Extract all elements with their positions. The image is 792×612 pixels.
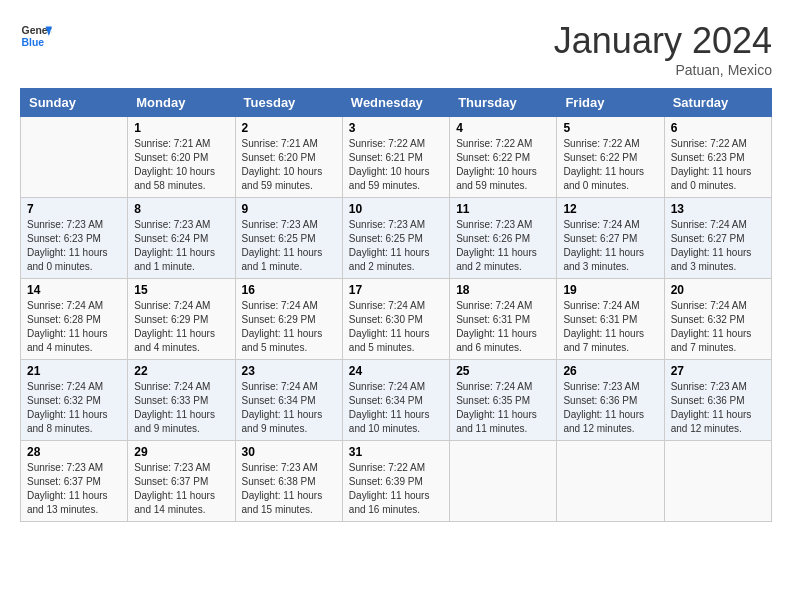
day-info: Sunrise: 7:21 AM Sunset: 6:20 PM Dayligh…	[242, 137, 336, 193]
calendar-cell	[21, 117, 128, 198]
day-number: 7	[27, 202, 121, 216]
day-number: 12	[563, 202, 657, 216]
svg-text:Blue: Blue	[22, 37, 45, 48]
calendar-cell: 28Sunrise: 7:23 AM Sunset: 6:37 PM Dayli…	[21, 441, 128, 522]
logo: General Blue	[20, 20, 52, 52]
calendar-cell	[450, 441, 557, 522]
column-header-saturday: Saturday	[664, 89, 771, 117]
week-row-1: 1Sunrise: 7:21 AM Sunset: 6:20 PM Daylig…	[21, 117, 772, 198]
day-number: 30	[242, 445, 336, 459]
day-number: 1	[134, 121, 228, 135]
day-number: 24	[349, 364, 443, 378]
calendar-cell: 2Sunrise: 7:21 AM Sunset: 6:20 PM Daylig…	[235, 117, 342, 198]
day-info: Sunrise: 7:24 AM Sunset: 6:29 PM Dayligh…	[134, 299, 228, 355]
day-info: Sunrise: 7:24 AM Sunset: 6:30 PM Dayligh…	[349, 299, 443, 355]
day-info: Sunrise: 7:23 AM Sunset: 6:36 PM Dayligh…	[671, 380, 765, 436]
day-info: Sunrise: 7:24 AM Sunset: 6:32 PM Dayligh…	[671, 299, 765, 355]
page-header: General Blue January 2024 Patuan, Mexico	[20, 20, 772, 78]
day-info: Sunrise: 7:21 AM Sunset: 6:20 PM Dayligh…	[134, 137, 228, 193]
day-number: 8	[134, 202, 228, 216]
calendar-cell: 20Sunrise: 7:24 AM Sunset: 6:32 PM Dayli…	[664, 279, 771, 360]
day-number: 3	[349, 121, 443, 135]
day-info: Sunrise: 7:24 AM Sunset: 6:32 PM Dayligh…	[27, 380, 121, 436]
day-number: 6	[671, 121, 765, 135]
day-info: Sunrise: 7:23 AM Sunset: 6:38 PM Dayligh…	[242, 461, 336, 517]
calendar-cell: 30Sunrise: 7:23 AM Sunset: 6:38 PM Dayli…	[235, 441, 342, 522]
day-info: Sunrise: 7:22 AM Sunset: 6:39 PM Dayligh…	[349, 461, 443, 517]
calendar-cell: 23Sunrise: 7:24 AM Sunset: 6:34 PM Dayli…	[235, 360, 342, 441]
calendar-cell	[664, 441, 771, 522]
calendar-cell: 17Sunrise: 7:24 AM Sunset: 6:30 PM Dayli…	[342, 279, 449, 360]
day-number: 26	[563, 364, 657, 378]
day-number: 19	[563, 283, 657, 297]
day-number: 15	[134, 283, 228, 297]
day-number: 23	[242, 364, 336, 378]
day-info: Sunrise: 7:23 AM Sunset: 6:24 PM Dayligh…	[134, 218, 228, 274]
day-number: 22	[134, 364, 228, 378]
calendar-cell: 31Sunrise: 7:22 AM Sunset: 6:39 PM Dayli…	[342, 441, 449, 522]
day-number: 10	[349, 202, 443, 216]
calendar-cell: 1Sunrise: 7:21 AM Sunset: 6:20 PM Daylig…	[128, 117, 235, 198]
day-info: Sunrise: 7:24 AM Sunset: 6:29 PM Dayligh…	[242, 299, 336, 355]
day-number: 28	[27, 445, 121, 459]
day-info: Sunrise: 7:22 AM Sunset: 6:21 PM Dayligh…	[349, 137, 443, 193]
day-info: Sunrise: 7:22 AM Sunset: 6:23 PM Dayligh…	[671, 137, 765, 193]
calendar-cell: 15Sunrise: 7:24 AM Sunset: 6:29 PM Dayli…	[128, 279, 235, 360]
week-row-3: 14Sunrise: 7:24 AM Sunset: 6:28 PM Dayli…	[21, 279, 772, 360]
day-number: 14	[27, 283, 121, 297]
calendar-cell: 9Sunrise: 7:23 AM Sunset: 6:25 PM Daylig…	[235, 198, 342, 279]
day-number: 27	[671, 364, 765, 378]
column-header-thursday: Thursday	[450, 89, 557, 117]
calendar-cell: 19Sunrise: 7:24 AM Sunset: 6:31 PM Dayli…	[557, 279, 664, 360]
day-info: Sunrise: 7:24 AM Sunset: 6:35 PM Dayligh…	[456, 380, 550, 436]
calendar-cell: 21Sunrise: 7:24 AM Sunset: 6:32 PM Dayli…	[21, 360, 128, 441]
title-section: January 2024 Patuan, Mexico	[554, 20, 772, 78]
calendar-cell: 3Sunrise: 7:22 AM Sunset: 6:21 PM Daylig…	[342, 117, 449, 198]
day-number: 31	[349, 445, 443, 459]
calendar-cell: 12Sunrise: 7:24 AM Sunset: 6:27 PM Dayli…	[557, 198, 664, 279]
day-number: 25	[456, 364, 550, 378]
day-number: 5	[563, 121, 657, 135]
day-number: 11	[456, 202, 550, 216]
day-info: Sunrise: 7:23 AM Sunset: 6:23 PM Dayligh…	[27, 218, 121, 274]
day-number: 18	[456, 283, 550, 297]
day-number: 17	[349, 283, 443, 297]
logo-icon: General Blue	[20, 20, 52, 52]
calendar-cell: 10Sunrise: 7:23 AM Sunset: 6:25 PM Dayli…	[342, 198, 449, 279]
day-info: Sunrise: 7:23 AM Sunset: 6:37 PM Dayligh…	[134, 461, 228, 517]
column-header-sunday: Sunday	[21, 89, 128, 117]
column-header-wednesday: Wednesday	[342, 89, 449, 117]
month-title: January 2024	[554, 20, 772, 62]
column-header-friday: Friday	[557, 89, 664, 117]
calendar-cell: 14Sunrise: 7:24 AM Sunset: 6:28 PM Dayli…	[21, 279, 128, 360]
calendar-cell: 22Sunrise: 7:24 AM Sunset: 6:33 PM Dayli…	[128, 360, 235, 441]
day-info: Sunrise: 7:23 AM Sunset: 6:36 PM Dayligh…	[563, 380, 657, 436]
week-row-5: 28Sunrise: 7:23 AM Sunset: 6:37 PM Dayli…	[21, 441, 772, 522]
calendar-table: SundayMondayTuesdayWednesdayThursdayFrid…	[20, 88, 772, 522]
day-number: 21	[27, 364, 121, 378]
calendar-cell: 4Sunrise: 7:22 AM Sunset: 6:22 PM Daylig…	[450, 117, 557, 198]
day-info: Sunrise: 7:23 AM Sunset: 6:37 PM Dayligh…	[27, 461, 121, 517]
day-number: 2	[242, 121, 336, 135]
day-info: Sunrise: 7:24 AM Sunset: 6:34 PM Dayligh…	[242, 380, 336, 436]
calendar-cell: 8Sunrise: 7:23 AM Sunset: 6:24 PM Daylig…	[128, 198, 235, 279]
day-info: Sunrise: 7:23 AM Sunset: 6:25 PM Dayligh…	[349, 218, 443, 274]
subtitle: Patuan, Mexico	[554, 62, 772, 78]
day-info: Sunrise: 7:24 AM Sunset: 6:34 PM Dayligh…	[349, 380, 443, 436]
calendar-cell: 24Sunrise: 7:24 AM Sunset: 6:34 PM Dayli…	[342, 360, 449, 441]
day-info: Sunrise: 7:24 AM Sunset: 6:27 PM Dayligh…	[563, 218, 657, 274]
day-info: Sunrise: 7:24 AM Sunset: 6:31 PM Dayligh…	[563, 299, 657, 355]
calendar-cell: 27Sunrise: 7:23 AM Sunset: 6:36 PM Dayli…	[664, 360, 771, 441]
column-header-monday: Monday	[128, 89, 235, 117]
day-info: Sunrise: 7:22 AM Sunset: 6:22 PM Dayligh…	[456, 137, 550, 193]
day-number: 4	[456, 121, 550, 135]
calendar-cell: 13Sunrise: 7:24 AM Sunset: 6:27 PM Dayli…	[664, 198, 771, 279]
day-info: Sunrise: 7:24 AM Sunset: 6:31 PM Dayligh…	[456, 299, 550, 355]
column-header-tuesday: Tuesday	[235, 89, 342, 117]
day-number: 16	[242, 283, 336, 297]
calendar-cell	[557, 441, 664, 522]
calendar-cell: 29Sunrise: 7:23 AM Sunset: 6:37 PM Dayli…	[128, 441, 235, 522]
calendar-cell: 6Sunrise: 7:22 AM Sunset: 6:23 PM Daylig…	[664, 117, 771, 198]
week-row-2: 7Sunrise: 7:23 AM Sunset: 6:23 PM Daylig…	[21, 198, 772, 279]
calendar-cell: 7Sunrise: 7:23 AM Sunset: 6:23 PM Daylig…	[21, 198, 128, 279]
